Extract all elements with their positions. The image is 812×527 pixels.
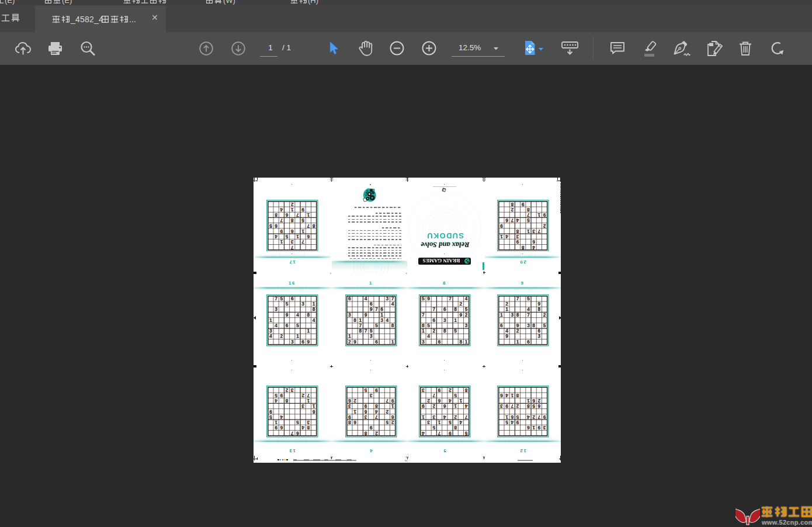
svg-text:5: 5 bbox=[375, 323, 378, 328]
svg-text:5: 5 bbox=[432, 425, 435, 431]
svg-text:5: 5 bbox=[269, 223, 272, 228]
svg-text:9: 9 bbox=[506, 334, 509, 339]
svg-text:7: 7 bbox=[280, 217, 283, 223]
svg-text:6: 6 bbox=[532, 239, 535, 245]
svg-text:5: 5 bbox=[365, 387, 367, 393]
svg-text:1: 1 bbox=[506, 307, 509, 313]
svg-text:8: 8 bbox=[291, 217, 294, 223]
svg-text:1: 1 bbox=[454, 317, 457, 323]
svg-text:7: 7 bbox=[301, 239, 304, 245]
svg-text:8: 8 bbox=[365, 431, 367, 436]
svg-text:2: 2 bbox=[291, 201, 294, 207]
svg-text:7: 7 bbox=[527, 312, 530, 318]
svg-text:2: 2 bbox=[543, 312, 546, 318]
svg-text:3: 3 bbox=[386, 296, 389, 301]
svg-text:7: 7 bbox=[275, 296, 278, 301]
svg-text:4: 4 bbox=[386, 317, 389, 323]
svg-text:6: 6 bbox=[296, 431, 299, 436]
svg-text:6: 6 bbox=[280, 425, 283, 431]
svg-text:1: 1 bbox=[465, 339, 468, 345]
svg-text:2: 2 bbox=[537, 398, 540, 404]
svg-text:6: 6 bbox=[348, 296, 351, 301]
svg-text:8: 8 bbox=[454, 425, 457, 431]
svg-text:1: 1 bbox=[307, 328, 310, 334]
svg-text:8: 8 bbox=[443, 328, 446, 334]
svg-text:8: 8 bbox=[375, 404, 378, 410]
svg-text:6: 6 bbox=[307, 234, 310, 240]
svg-text:7: 7 bbox=[432, 393, 435, 398]
svg-text:9: 9 bbox=[537, 425, 540, 431]
svg-text:1: 1 bbox=[391, 339, 394, 345]
svg-text:2: 2 bbox=[432, 404, 435, 410]
svg-text:6: 6 bbox=[291, 228, 294, 234]
svg-text:2: 2 bbox=[516, 404, 519, 410]
svg-text:2: 2 bbox=[516, 328, 519, 334]
svg-text:2: 2 bbox=[449, 387, 452, 393]
svg-text:6: 6 bbox=[443, 307, 446, 313]
svg-text:4: 4 bbox=[275, 323, 278, 328]
svg-text:9: 9 bbox=[449, 431, 452, 436]
svg-text:6: 6 bbox=[527, 425, 530, 431]
svg-text:4: 4 bbox=[427, 334, 430, 339]
svg-text:9: 9 bbox=[375, 387, 378, 393]
svg-text:1: 1 bbox=[307, 212, 310, 218]
svg-text:6: 6 bbox=[505, 217, 508, 223]
svg-text:1: 1 bbox=[532, 425, 535, 431]
svg-text:5: 5 bbox=[422, 296, 425, 301]
svg-text:1: 1 bbox=[269, 317, 272, 323]
svg-text:8: 8 bbox=[516, 312, 519, 318]
svg-text:5: 5 bbox=[454, 328, 457, 334]
svg-text:5: 5 bbox=[286, 301, 289, 307]
svg-text:6: 6 bbox=[391, 414, 394, 420]
svg-text:1: 1 bbox=[500, 234, 503, 240]
svg-text:1: 1 bbox=[438, 419, 440, 425]
svg-text:1: 1 bbox=[301, 228, 304, 234]
svg-text:9: 9 bbox=[427, 296, 430, 301]
svg-text:7: 7 bbox=[307, 393, 310, 398]
svg-text:1: 1 bbox=[313, 404, 315, 410]
svg-text:9: 9 bbox=[301, 207, 304, 213]
svg-text:8: 8 bbox=[533, 323, 536, 328]
svg-text:6: 6 bbox=[500, 393, 503, 398]
svg-text:6: 6 bbox=[527, 339, 530, 345]
svg-text:9: 9 bbox=[354, 339, 357, 345]
svg-text:9: 9 bbox=[391, 398, 394, 404]
svg-text:3: 3 bbox=[465, 323, 468, 328]
svg-text:4: 4 bbox=[505, 234, 508, 240]
svg-text:4: 4 bbox=[443, 414, 446, 420]
svg-text:5: 5 bbox=[527, 296, 530, 301]
svg-text:5: 5 bbox=[280, 296, 283, 301]
svg-text:9: 9 bbox=[500, 223, 503, 228]
svg-text:3: 3 bbox=[291, 339, 294, 345]
svg-text:5: 5 bbox=[286, 234, 289, 240]
svg-text:3: 3 bbox=[348, 312, 351, 318]
svg-text:1: 1 bbox=[296, 334, 299, 339]
svg-text:2: 2 bbox=[348, 339, 351, 345]
svg-text:7: 7 bbox=[511, 217, 513, 223]
svg-text:9: 9 bbox=[505, 404, 508, 410]
svg-text:4: 4 bbox=[280, 414, 283, 420]
svg-text:8: 8 bbox=[527, 207, 530, 213]
svg-text:8: 8 bbox=[307, 312, 310, 318]
svg-text:3: 3 bbox=[427, 419, 430, 425]
svg-text:9: 9 bbox=[422, 404, 425, 410]
svg-text:2: 2 bbox=[386, 409, 388, 415]
svg-text:1: 1 bbox=[422, 328, 425, 334]
svg-text:4: 4 bbox=[464, 404, 467, 410]
svg-text:5: 5 bbox=[516, 414, 519, 420]
svg-text:9: 9 bbox=[460, 312, 463, 318]
svg-text:3: 3 bbox=[432, 414, 435, 420]
svg-text:5: 5 bbox=[386, 419, 388, 425]
svg-text:4: 4 bbox=[269, 334, 272, 339]
svg-text:3: 3 bbox=[307, 419, 310, 425]
svg-text:6: 6 bbox=[302, 339, 305, 345]
svg-text:3: 3 bbox=[527, 323, 530, 328]
svg-text:5: 5 bbox=[449, 419, 452, 425]
svg-text:6: 6 bbox=[275, 223, 277, 228]
svg-text:3: 3 bbox=[532, 228, 535, 234]
svg-text:9: 9 bbox=[365, 404, 367, 410]
svg-text:4: 4 bbox=[449, 398, 452, 404]
svg-text:1: 1 bbox=[537, 212, 540, 218]
svg-text:5: 5 bbox=[464, 431, 467, 436]
svg-text:7: 7 bbox=[422, 312, 425, 318]
